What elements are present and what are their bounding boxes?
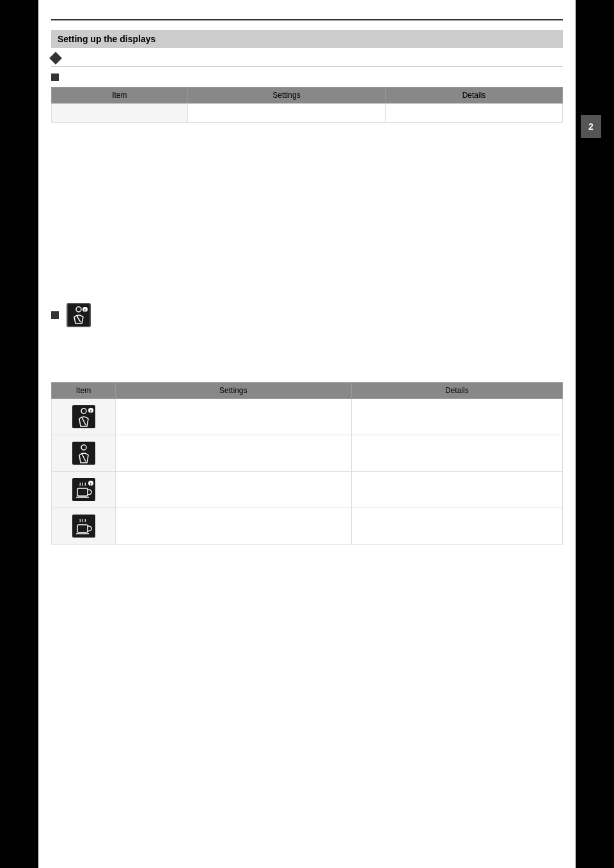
body-text-5 bbox=[51, 193, 563, 206]
body-text-9 bbox=[51, 260, 563, 272]
square-bullet-text-1 bbox=[64, 72, 384, 83]
remaining-body-17 bbox=[51, 817, 563, 830]
table-row bbox=[52, 435, 563, 471]
svg-text:!: ! bbox=[84, 308, 86, 313]
second-table-col-settings: Settings bbox=[116, 382, 352, 398]
table-cell-details-1 bbox=[351, 398, 562, 435]
diamond-text bbox=[65, 53, 233, 64]
driver-warning-icon: ! bbox=[67, 303, 91, 327]
table-cell-settings bbox=[187, 103, 385, 122]
body-text-6 bbox=[51, 210, 563, 222]
second-section-body-2 bbox=[51, 349, 563, 362]
second-table-header: Item Settings Details bbox=[52, 382, 563, 398]
remaining-body-10 bbox=[51, 701, 563, 713]
first-table: Item Settings Details bbox=[51, 87, 563, 123]
square-bullet-icon-2 bbox=[51, 311, 59, 319]
page-title: Setting up the displays bbox=[51, 30, 563, 48]
table-row: ! bbox=[52, 398, 563, 435]
table-cell-item bbox=[52, 103, 188, 122]
coffee-icon-2 bbox=[72, 515, 95, 538]
diamond-icon bbox=[49, 52, 62, 65]
remaining-body-9 bbox=[51, 684, 563, 697]
table-cell-settings-1 bbox=[116, 398, 352, 435]
table-cell-icon-3: ! bbox=[52, 471, 116, 508]
remaining-body-3 bbox=[51, 584, 563, 597]
second-section-body-1 bbox=[51, 332, 563, 345]
icon-container-4 bbox=[58, 512, 109, 540]
first-table-header: Item Settings Details bbox=[52, 87, 563, 103]
content-area: 2 Setting up the displays bbox=[38, 0, 576, 868]
svg-text:!: ! bbox=[90, 482, 91, 486]
coffee-icon-1: ! bbox=[72, 478, 95, 501]
body-text-1 bbox=[51, 127, 563, 139]
driver-icon-1: ! bbox=[72, 405, 95, 428]
table-cell-details bbox=[385, 103, 562, 122]
driver-icon-2 bbox=[72, 442, 95, 465]
second-table-body: ! bbox=[52, 398, 563, 544]
body-text-4 bbox=[51, 176, 563, 189]
remaining-body-11 bbox=[51, 717, 563, 730]
top-divider bbox=[51, 19, 563, 20]
table-cell-icon-1: ! bbox=[52, 398, 116, 435]
icon-container-3: ! bbox=[58, 476, 109, 504]
remaining-body-12 bbox=[51, 734, 563, 747]
svg-text:!: ! bbox=[90, 409, 91, 414]
table-cell-settings-3 bbox=[116, 471, 352, 508]
remaining-body-1 bbox=[51, 551, 563, 564]
thin-divider-1 bbox=[51, 66, 563, 67]
remaining-body-8 bbox=[51, 667, 563, 680]
table-cell-details-2 bbox=[351, 435, 562, 471]
second-section-body-3 bbox=[51, 366, 563, 378]
remaining-body-6 bbox=[51, 634, 563, 647]
first-table-col-details: Details bbox=[385, 87, 562, 103]
second-table-col-details: Details bbox=[351, 382, 562, 398]
remaining-body-16 bbox=[51, 800, 563, 813]
body-text-8 bbox=[51, 243, 563, 256]
table-cell-icon-4 bbox=[52, 508, 116, 544]
remaining-body-4 bbox=[51, 601, 563, 614]
section-spacer-1 bbox=[38, 276, 576, 295]
table-cell-details-4 bbox=[351, 508, 562, 544]
first-table-body bbox=[52, 103, 563, 122]
second-table-col-item: Item bbox=[52, 382, 116, 398]
first-table-col-item: Item bbox=[52, 87, 188, 103]
second-section-icon-label bbox=[91, 309, 355, 320]
square-bullet-row-1 bbox=[51, 72, 563, 83]
section-number: 2 bbox=[581, 115, 601, 138]
remaining-body-7 bbox=[51, 651, 563, 663]
icon-container-1: ! bbox=[58, 403, 109, 431]
remaining-body-13 bbox=[51, 750, 563, 763]
table-cell-settings-2 bbox=[116, 435, 352, 471]
icon-container-2 bbox=[58, 439, 109, 467]
table-cell-settings-4 bbox=[116, 508, 352, 544]
table-row bbox=[52, 103, 563, 122]
first-table-col-settings: Settings bbox=[187, 87, 385, 103]
page: 2 Setting up the displays bbox=[0, 0, 614, 868]
body-text-3 bbox=[51, 160, 563, 173]
remaining-body-18 bbox=[51, 833, 563, 846]
body-text-7 bbox=[51, 226, 563, 239]
second-table: Item Settings Details bbox=[51, 382, 563, 545]
remaining-body-2 bbox=[51, 568, 563, 580]
remaining-body-15 bbox=[51, 784, 563, 796]
table-cell-icon-2 bbox=[52, 435, 116, 471]
diamond-bullet-row bbox=[51, 53, 563, 64]
body-text-2 bbox=[51, 143, 563, 156]
table-row: ! bbox=[52, 471, 563, 508]
remaining-body-5 bbox=[51, 617, 563, 630]
table-cell-details-3 bbox=[351, 471, 562, 508]
table-row bbox=[52, 508, 563, 544]
square-bullet-icon-1 bbox=[51, 74, 59, 81]
driver-svg: ! bbox=[68, 304, 90, 326]
remaining-body-14 bbox=[51, 767, 563, 780]
remaining-body-19 bbox=[51, 850, 563, 863]
second-section-header: ! bbox=[51, 303, 563, 327]
